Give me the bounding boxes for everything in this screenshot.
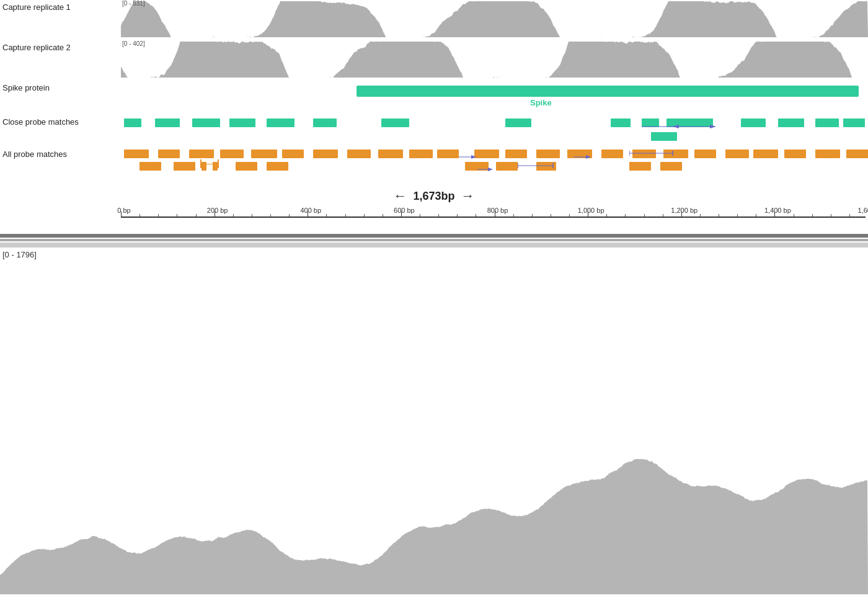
ruler-minor-tick <box>794 214 794 217</box>
probe-arrow-svg <box>459 153 476 161</box>
capture2-canvas <box>121 40 868 78</box>
all-probe-rect <box>694 150 716 158</box>
ruler-label: 0 bp <box>108 207 140 214</box>
close-probe-rect <box>505 118 531 127</box>
ruler-label: 600 bp <box>389 207 420 214</box>
all-probe-rect <box>660 162 682 171</box>
svg-marker-5 <box>471 155 476 159</box>
all-probe-rect <box>174 162 195 171</box>
ruler-label: 1,000 bp <box>575 207 606 214</box>
h-bracket <box>200 159 219 168</box>
close-probe-label-text: Close probe matches <box>2 117 79 127</box>
all-probe-rect <box>437 150 459 158</box>
all-probe-rect <box>505 150 527 158</box>
svg-marker-3 <box>673 125 679 128</box>
close-probe-rect <box>815 118 839 127</box>
all-probe-label-text: All probe matches <box>2 150 67 159</box>
ruler-minor-tick <box>270 214 271 217</box>
bp-length-text: 1,673bp <box>413 190 454 203</box>
capture-replicate-1-track: Capture replicate 1 [0 - 531] <box>0 0 868 40</box>
close-probe-rect <box>843 118 865 127</box>
ruler-label: 800 bp <box>482 207 513 214</box>
bp-label: ← 1,673bp → <box>0 184 868 208</box>
left-arrow-icon: ← <box>393 188 407 204</box>
separator-bar-2 <box>0 239 868 241</box>
bottom-coverage-canvas <box>0 259 868 603</box>
bottom-coverage-track <box>0 259 868 603</box>
close-probe-arrows <box>642 123 716 130</box>
close-probe-rect <box>611 118 631 127</box>
right-arrow-icon: → <box>461 188 475 204</box>
ruler-label: 200 bp <box>202 207 233 214</box>
ruler-minor-tick <box>849 214 850 217</box>
capture2-scale: [0 - 402] <box>122 40 145 47</box>
ruler-minor-tick <box>663 214 663 217</box>
ruler-label: 400 bp <box>295 207 326 214</box>
ruler-minor-tick <box>326 214 327 217</box>
all-probe-rect <box>536 150 560 158</box>
ruler-minor-tick <box>700 214 701 217</box>
spike-protein-label-text: Spike protein <box>2 83 50 92</box>
ruler-minor-tick <box>812 214 813 217</box>
all-probe-rect <box>140 162 161 171</box>
capture1-label: Capture replicate 1 <box>0 0 121 12</box>
ruler-minor-tick <box>289 214 290 217</box>
genome-viewer: { "tracks": { "capture1": { "label": "Ca… <box>0 0 868 603</box>
ruler-minor-tick <box>252 214 252 217</box>
all-probe-rect <box>409 150 433 158</box>
spike-protein-track: Spike protein Spike <box>0 81 868 115</box>
spike-gene-label: Spike <box>530 98 552 107</box>
ruler-label: 1,400 bp <box>762 207 793 214</box>
ruler-minor-tick <box>438 214 439 217</box>
ruler-minor-tick <box>177 214 177 217</box>
ruler-minor-tick <box>831 214 831 217</box>
all-probe-rect <box>753 150 778 158</box>
ruler-minor-tick <box>756 214 756 217</box>
separator-bar-3 <box>0 243 868 248</box>
ruler-minor-tick <box>513 214 514 217</box>
all-probe-bracket-svg <box>629 150 679 157</box>
capture2-label: Capture replicate 2 <box>0 40 121 53</box>
ruler-minor-tick <box>719 214 719 217</box>
close-probe-rect <box>267 118 294 127</box>
ruler-minor-tick <box>345 214 346 217</box>
close-probe-arrow-svg <box>642 123 716 130</box>
close-probe-rect <box>124 118 141 127</box>
spike-gene-bar <box>356 86 859 97</box>
svg-marker-7 <box>586 155 591 159</box>
capture1-scale: [0 - 531] <box>122 0 145 7</box>
ruler-minor-tick <box>625 214 626 217</box>
close-probe-rect <box>313 118 337 127</box>
all-probe-rect <box>282 150 304 158</box>
all-probe-rect <box>725 150 749 158</box>
all-probe-rect <box>496 162 518 171</box>
ruler-minor-tick <box>383 214 383 217</box>
ruler-minor-tick <box>158 214 159 217</box>
capture1-canvas <box>121 0 868 37</box>
close-probe-rect <box>229 118 255 127</box>
all-probe-rect <box>236 162 257 171</box>
all-probe-rect <box>629 162 651 171</box>
svg-marker-9 <box>488 168 493 171</box>
all-probe-rect <box>474 150 499 158</box>
bottom-scale-label: [0 - 1796] <box>0 248 868 259</box>
separator-bar-1 <box>0 234 868 238</box>
all-probe-rect <box>251 150 277 158</box>
close-probe-matches-track: Close probe matches <box>0 115 868 147</box>
probe-arrow-svg <box>574 153 591 161</box>
ruler-minor-tick <box>737 214 738 217</box>
all-probe-rect <box>124 150 149 158</box>
ruler-minor-tick <box>551 214 551 217</box>
ruler-minor-tick <box>140 214 140 217</box>
all-probe-rect <box>815 150 840 158</box>
svg-marker-1 <box>710 125 716 128</box>
ruler-minor-tick <box>457 214 458 217</box>
ruler-section: ← 1,673bp → 0 bp200 bp400 bp600 bp800 bp… <box>0 184 868 233</box>
close-probe-rect <box>192 118 220 127</box>
ruler-minor-tick <box>644 214 645 217</box>
bottom-scale-text: [0 - 1796] <box>2 250 37 259</box>
ruler-label: 1,200 bp <box>669 207 700 214</box>
all-probe-rect <box>784 150 806 158</box>
ruler-minor-tick <box>364 214 365 217</box>
spike-protein-label: Spike protein <box>0 81 121 93</box>
